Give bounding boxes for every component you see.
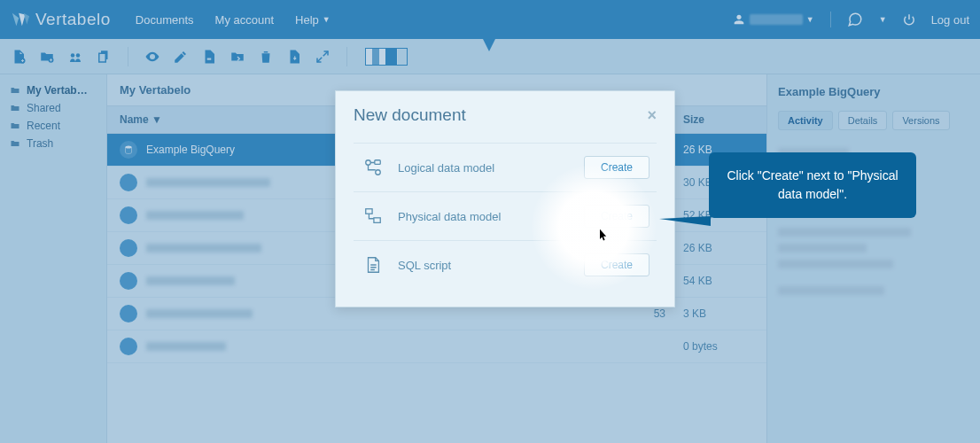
user-icon: [732, 12, 746, 27]
new-file-icon[interactable]: [11, 49, 27, 65]
logo-mark-icon: [11, 10, 30, 29]
view-toggle[interactable]: [365, 48, 408, 66]
svg-rect-6: [99, 53, 106, 62]
svg-rect-13: [374, 218, 380, 223]
option-logical-data-model: Logical data model Create: [354, 143, 657, 191]
svg-rect-12: [366, 209, 372, 214]
topbar: Vertabelo Documents My account Help ▼ ▼ …: [0, 0, 980, 39]
column-size[interactable]: Size: [683, 113, 754, 126]
sql-script-icon: [361, 254, 385, 276]
expand-icon[interactable]: [315, 49, 331, 65]
download-icon[interactable]: [286, 49, 302, 65]
physical-model-icon: [361, 206, 385, 227]
option-sql-script: SQL script Create: [354, 240, 657, 289]
db-icon: [120, 141, 137, 159]
svg-point-4: [76, 53, 81, 58]
sidebar-item-shared[interactable]: Shared: [9, 99, 97, 117]
svg-rect-7: [207, 58, 212, 59]
logical-model-icon: [361, 157, 385, 178]
new-document-modal: New document × Logical data model Create…: [335, 90, 675, 307]
tab-details[interactable]: Details: [838, 111, 888, 130]
db-icon: [120, 338, 137, 355]
nav-help[interactable]: Help ▼: [295, 13, 331, 27]
svg-rect-0: [830, 12, 831, 27]
tab-versions[interactable]: Versions: [892, 111, 949, 130]
create-physical-button[interactable]: Create: [584, 205, 649, 228]
svg-point-9: [366, 160, 371, 166]
trash-icon[interactable]: [258, 49, 274, 65]
logout-link[interactable]: Log out: [931, 13, 969, 27]
sidebar-item-recent[interactable]: Recent: [9, 117, 97, 135]
modal-title: New document: [354, 105, 466, 125]
copy-icon[interactable]: [96, 49, 112, 65]
svg-point-3: [71, 53, 75, 58]
nav-documents[interactable]: Documents: [136, 13, 194, 27]
brand-name: Vertabelo: [35, 10, 111, 29]
new-folder-icon[interactable]: [39, 49, 55, 65]
sidebar: My Vertab… Shared Recent Trash: [0, 74, 106, 443]
user-menu[interactable]: ▼: [732, 12, 814, 27]
power-icon: [903, 13, 915, 26]
svg-point-10: [376, 170, 381, 175]
create-sql-button[interactable]: Create: [584, 253, 649, 276]
move-icon[interactable]: [229, 49, 245, 65]
tab-activity[interactable]: Activity: [778, 111, 833, 130]
svg-rect-11: [375, 160, 380, 165]
table-row[interactable]: 0 bytes: [107, 330, 766, 363]
svg-point-8: [126, 146, 132, 149]
tag-icon[interactable]: [201, 49, 217, 65]
cursor-icon: [597, 229, 610, 243]
panel-title: Example BigQuery: [778, 85, 969, 98]
chat-icon[interactable]: [847, 12, 863, 27]
user-name-redacted: [750, 14, 803, 25]
option-physical-data-model: Physical data model Create: [354, 191, 657, 240]
edit-icon[interactable]: [173, 49, 189, 65]
close-icon[interactable]: ×: [647, 106, 657, 125]
sidebar-item-trash[interactable]: Trash: [9, 135, 97, 152]
logo[interactable]: Vertabelo: [11, 10, 111, 29]
create-logical-button[interactable]: Create: [584, 156, 649, 179]
preview-icon[interactable]: [144, 49, 160, 65]
share-icon[interactable]: [67, 49, 83, 65]
divider-icon: [830, 12, 831, 27]
db-icon: [120, 305, 137, 323]
details-panel: Example BigQuery Activity Details Versio…: [767, 74, 980, 443]
db-icon: [120, 272, 137, 290]
db-icon: [120, 174, 137, 191]
db-icon: [120, 206, 137, 224]
nav-account[interactable]: My account: [215, 13, 274, 27]
sidebar-item-myvertabelo[interactable]: My Vertab…: [9, 82, 97, 99]
instruction-callout: Click "Create" next to "Physical data mo…: [709, 152, 916, 218]
db-icon: [120, 239, 137, 257]
